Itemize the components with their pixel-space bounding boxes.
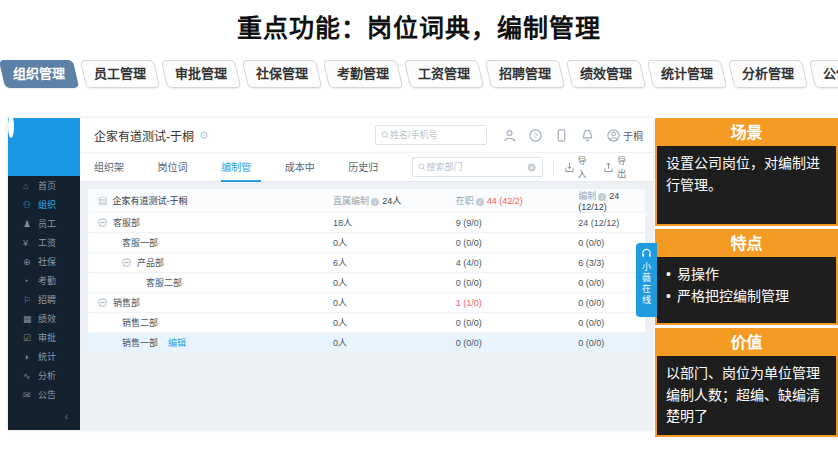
department-name: 客服部 (113, 216, 140, 229)
table-row[interactable]: 销售部 0人 1 (1/0) 0 (0/0) (88, 293, 645, 313)
export-button[interactable]: 导出 (603, 154, 635, 180)
sidebar-item-label: 分析 (38, 369, 56, 382)
svg-text:?: ? (533, 131, 538, 140)
sidebar-item-announcement[interactable]: ✉公告 (8, 385, 80, 404)
module-tab-label: 分析管理 (742, 61, 794, 87)
establishment-table: ▤企家有道测试-于桐 直属编制i24人 在职i44 (42/2) 编制i24 (… (88, 189, 645, 353)
table-row[interactable]: 客服一部 0人 0 (0/0) 0 (0/0) (88, 233, 645, 253)
module-tab-label: 绩效管理 (580, 61, 632, 87)
import-button[interactable]: 导入 (564, 154, 596, 180)
tab-org-structure[interactable]: 组织架构 (94, 153, 134, 182)
collapse-node-icon[interactable] (122, 258, 131, 267)
on-job-cell: 4 (4/0) (456, 258, 579, 268)
establishment-cell: 6 (3/3) (578, 258, 645, 268)
topbar-icons: ? 于桐 (503, 128, 643, 143)
module-tab-statistics[interactable]: 统计管理 (647, 60, 727, 88)
sidebar-item-recruitment[interactable]: ⚐招聘 (8, 290, 80, 309)
sidebar-item-employee[interactable]: ♟员工 (8, 214, 80, 233)
sidebar-item-label: 员工 (38, 217, 56, 230)
sidebar-item-approval[interactable]: ☑审批 (8, 328, 80, 347)
tab-history-archive[interactable]: 历史归档 (348, 153, 388, 182)
sidebar-collapse-button[interactable]: ‹ (8, 411, 80, 422)
collapse-node-icon[interactable] (98, 298, 107, 307)
on-job-value: 44 (42/2) (487, 196, 523, 206)
sidebar-item-label: 绩效 (38, 312, 56, 325)
tab-establishment[interactable]: 编制管理 (221, 153, 261, 182)
on-job-cell: 0 (0/0) (456, 338, 579, 348)
clear-icon[interactable] (527, 162, 536, 173)
collapse-node-icon[interactable] (98, 218, 107, 227)
employee-search-input[interactable] (390, 130, 481, 140)
on-job-cell: 0 (0/0) (456, 278, 579, 288)
module-tab-social-security[interactable]: 社保管理 (242, 60, 322, 88)
gear-icon[interactable]: ⚙ (199, 129, 209, 142)
mobile-icon[interactable] (555, 129, 568, 142)
headcount-cell: 0人 (333, 296, 456, 309)
sidebar-item-organization[interactable]: ⚇组织 (8, 195, 80, 214)
features-section: 特点 易操作 严格把控编制管理 (655, 229, 838, 325)
app-logo[interactable] (8, 118, 80, 176)
department-name: 客服二部 (146, 276, 182, 289)
add-contact-icon[interactable] (503, 129, 516, 142)
table-row[interactable]: 销售一部编辑 0人 0 (0/0) 0 (0/0) (88, 333, 645, 353)
module-tab-label: 工资管理 (418, 61, 470, 87)
info-panel: 场景 设置公司岗位，对编制进行管理。 特点 易操作 严格把控编制管理 价值 以部… (655, 118, 838, 430)
import-icon (564, 162, 575, 173)
bell-icon[interactable] (581, 129, 594, 142)
sidebar-item-analysis[interactable]: ∿分析 (8, 366, 80, 385)
table-row[interactable]: 客服二部 0人 0 (0/0) 0 (0/0) (88, 273, 645, 293)
sidebar-item-salary[interactable]: ¥工资 (8, 233, 80, 252)
module-tab-recruitment[interactable]: 招聘管理 (485, 60, 565, 88)
user-name: 于桐 (623, 128, 643, 143)
help-icon[interactable]: ? (529, 129, 542, 142)
avatar[interactable]: 于桐 (607, 128, 643, 143)
sidebar-item-performance[interactable]: ▦绩效 (8, 309, 80, 328)
table-row[interactable]: 产品部 6人 4 (4/0) 6 (3/3) (88, 253, 645, 273)
module-tab-performance[interactable]: 绩效管理 (566, 60, 646, 88)
module-tab-label: 考勤管理 (337, 61, 389, 87)
table-summary-row[interactable]: ▤企家有道测试-于桐 直属编制i24人 在职i44 (42/2) 编制i24 (… (88, 189, 645, 213)
sidebar-item-label: 公告 (38, 388, 56, 401)
page: 重点功能：岗位词典，编制管理 组织管理 员工管理 审批管理 社保管理 考勤管理 … (0, 0, 838, 450)
module-tab-label: 社保管理 (256, 61, 308, 87)
module-tab-salary[interactable]: 工资管理 (404, 60, 484, 88)
department-search-box[interactable] (412, 157, 543, 177)
search-icon (418, 162, 427, 172)
sidebar-item-statistics[interactable]: ◑统计 (8, 347, 80, 366)
sidebar-item-attendance[interactable]: ◔考勤 (8, 271, 80, 290)
value-heading: 价值 (657, 330, 836, 356)
module-tab-attendance[interactable]: 考勤管理 (323, 60, 403, 88)
table-row[interactable]: 销售二部 0人 0 (0/0) 0 (0/0) (88, 313, 645, 333)
establishment-cell: 24 (12/12) (578, 218, 645, 228)
logo-icon (8, 115, 14, 138)
app-topbar: 企家有道测试-于桐 ⚙ ? 于桐 (80, 118, 653, 152)
module-tab-organization[interactable]: 组织管理 (0, 60, 79, 88)
module-tab-analysis[interactable]: 分析管理 (728, 60, 808, 88)
module-tab-announcement[interactable]: 公告管理 (809, 60, 838, 88)
user-icon (607, 129, 620, 142)
company-name: 企家有道测试-于桐 (94, 127, 194, 144)
sidebar-item-home[interactable]: ⌂首页 (8, 176, 80, 195)
sidebar-item-social-security[interactable]: ⊕社保 (8, 252, 80, 271)
sidebar-item-label: 审批 (38, 331, 56, 344)
employee-search-box[interactable] (375, 125, 487, 145)
module-tab-label: 审批管理 (175, 61, 227, 87)
feature-item: 易操作 (666, 264, 827, 286)
sidebar-item-label: 社保 (38, 255, 56, 268)
tab-post-dictionary[interactable]: 岗位词典 (158, 153, 198, 182)
app-main: 企家有道测试-于桐 ⚙ ? 于桐 (80, 118, 653, 430)
establishment-cell: 0 (0/0) (578, 298, 645, 308)
export-icon (603, 162, 614, 173)
edit-link[interactable]: 编辑 (168, 336, 186, 349)
department-search-input[interactable] (426, 162, 527, 172)
organization-icon: ⚇ (23, 200, 38, 210)
approval-icon: ☑ (23, 333, 38, 343)
tab-cost-center[interactable]: 成本中心 (285, 153, 325, 182)
table-row[interactable]: 客服部 18人 9 (9/0) 24 (12/12) (88, 213, 645, 233)
on-job-cell: 0 (0/0) (456, 318, 579, 328)
on-job-cell: 1 (1/0) (456, 298, 579, 308)
headcount-cell: 6人 (333, 256, 456, 269)
chat-widget-tab[interactable]: 小薇在线 (636, 243, 657, 317)
module-tab-employee[interactable]: 员工管理 (80, 60, 160, 88)
module-tab-approval[interactable]: 审批管理 (161, 60, 241, 88)
